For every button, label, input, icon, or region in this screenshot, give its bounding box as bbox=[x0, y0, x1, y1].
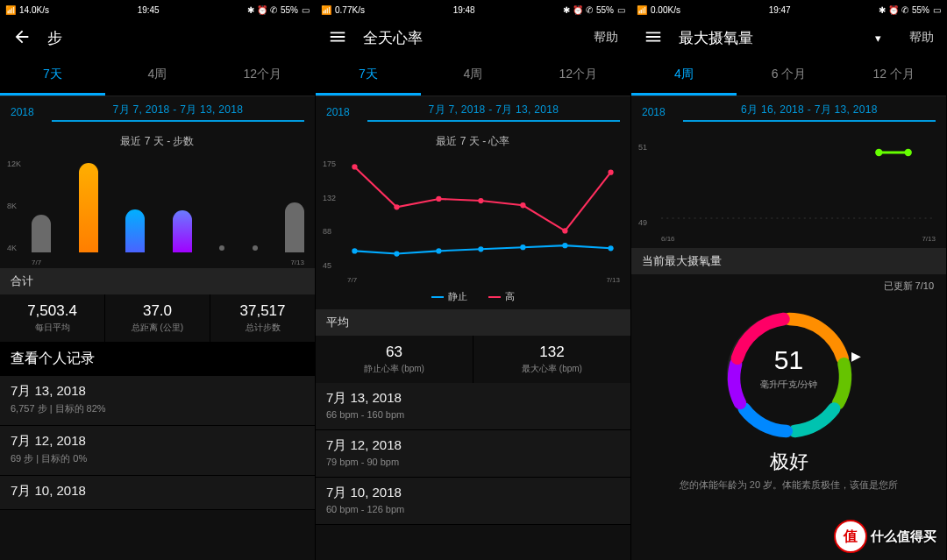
year-label: 2018 bbox=[642, 106, 666, 118]
chart-title: 最近 7 天 - 心率 bbox=[316, 134, 630, 149]
y-axis: 1751328845 bbox=[323, 159, 336, 270]
status-bar: 📶0.00K/s 19:47 ✱ ⏰ ✆55%▭ bbox=[631, 0, 946, 19]
tab-4w[interactable]: 4周 bbox=[421, 56, 526, 96]
tab-12m[interactable]: 12个月 bbox=[525, 56, 630, 96]
list-item[interactable]: 7月 12, 201869 步 | 目标的 0% bbox=[0, 426, 315, 476]
updated-label: 已更新 7/10 bbox=[631, 274, 946, 298]
help-link[interactable]: 帮助 bbox=[909, 30, 934, 46]
svg-point-8 bbox=[394, 251, 399, 256]
svg-point-6 bbox=[608, 170, 613, 175]
tabs: 7天 4周 12个月 bbox=[0, 56, 315, 96]
app-bar: 全天心率 帮助 bbox=[316, 19, 630, 56]
tab-7d[interactable]: 7天 bbox=[0, 56, 105, 96]
date-range: 7月 7, 2018 - 7月 13, 2018 bbox=[52, 103, 304, 122]
watermark-text: 什么值得买 bbox=[871, 528, 936, 545]
watermark-icon: 值 bbox=[834, 520, 867, 553]
date-range: 6月 16, 2018 - 7月 13, 2018 bbox=[683, 103, 936, 122]
date-range-row[interactable]: 2018 7月 7, 2018 - 7月 13, 2018 bbox=[0, 96, 315, 125]
list-item[interactable]: 7月 13, 20186,757 步 | 目标的 82% bbox=[0, 376, 315, 426]
date-range: 7月 7, 2018 - 7月 13, 2018 bbox=[367, 103, 620, 122]
app-bar: 步 bbox=[0, 19, 315, 56]
list-item[interactable]: 7月 12, 201879 bpm - 90 bpm bbox=[316, 430, 630, 478]
chart-legend: 静止 高 bbox=[316, 286, 630, 309]
watermark: 值 什么值得买 bbox=[834, 520, 936, 553]
hr-line-chart[interactable]: 1751328845 7/77/13 bbox=[316, 154, 630, 286]
svg-point-16 bbox=[905, 149, 912, 156]
y-axis: 5149 bbox=[638, 143, 647, 227]
stat-max-hr: 132最大心率 (bpm) bbox=[474, 336, 630, 383]
app-bar: 最大摄氧量 ▾ 帮助 bbox=[631, 19, 946, 56]
stat-distance: 37.0总距离 (公里) bbox=[105, 294, 210, 342]
svg-point-12 bbox=[562, 243, 567, 248]
list-item[interactable]: 7月 13, 201866 bpm - 160 bpm bbox=[316, 383, 630, 430]
svg-point-9 bbox=[436, 248, 441, 253]
average-stats: 63静止心率 (bpm) 132最大心率 (bpm) bbox=[316, 336, 630, 383]
svg-point-13 bbox=[608, 245, 613, 251]
vo2-unit: 毫升/千克/分钟 bbox=[719, 379, 859, 391]
list-item[interactable]: 7月 10, 2018 bbox=[0, 476, 315, 510]
svg-point-7 bbox=[352, 248, 357, 253]
vo2-description: 您的体能年龄为 20 岁。体能素质极佳，该值是您所 bbox=[666, 475, 912, 492]
svg-point-4 bbox=[520, 202, 525, 208]
current-vo2-label: 当前最大摄氧量 bbox=[631, 248, 946, 274]
tab-4w[interactable]: 4周 bbox=[631, 56, 737, 96]
tabs: 7天 4周 12个月 bbox=[316, 56, 630, 96]
y-axis: 12K8K4K bbox=[7, 159, 21, 252]
svg-point-2 bbox=[436, 196, 441, 202]
summary-stats: 7,503.4每日平均 37.0总距离 (公里) 37,517总计步数 bbox=[0, 294, 315, 342]
svg-point-3 bbox=[478, 198, 483, 203]
tab-6m[interactable]: 6 个月 bbox=[737, 56, 842, 96]
vo2-line-chart[interactable]: 5149 6/167/13 bbox=[631, 125, 946, 248]
line-svg bbox=[661, 132, 936, 233]
dropdown-icon[interactable]: ▾ bbox=[875, 32, 881, 45]
page-title: 全天心率 bbox=[363, 28, 578, 48]
help-link[interactable]: 帮助 bbox=[594, 30, 618, 46]
screen-steps: 📶14.0K/s 19:45 ✱ ⏰ ✆55%▭ 步 7天 4周 12个月 20… bbox=[0, 0, 316, 560]
steps-bar-chart[interactable]: 12K8K4K 7/77/13 bbox=[0, 154, 315, 268]
status-bar: 📶0.77K/s 19:48 ✱ ⏰ ✆55%▭ bbox=[316, 0, 630, 19]
play-icon[interactable]: ▶ bbox=[851, 349, 861, 363]
date-range-row[interactable]: 2018 7月 7, 2018 - 7月 13, 2018 bbox=[316, 96, 630, 125]
svg-point-5 bbox=[562, 228, 567, 233]
average-label: 平均 bbox=[316, 309, 630, 336]
chart-title: 最近 7 天 - 步数 bbox=[0, 134, 315, 149]
tabs: 4周 6 个月 12 个月 bbox=[631, 56, 946, 96]
page-title: 最大摄氧量 bbox=[679, 28, 859, 48]
vo2-value: 51 bbox=[719, 345, 859, 375]
year-label: 2018 bbox=[11, 106, 34, 118]
tab-12m[interactable]: 12个月 bbox=[210, 56, 315, 96]
year-label: 2018 bbox=[326, 106, 350, 118]
stat-daily-avg: 7,503.4每日平均 bbox=[0, 294, 105, 342]
page-title: 步 bbox=[47, 28, 303, 48]
back-icon[interactable] bbox=[12, 27, 32, 49]
vo2-gauge[interactable]: 51 毫升/千克/分钟 ▶ 极好 您的体能年龄为 20 岁。体能素质极佳，该值是… bbox=[631, 298, 946, 492]
status-bar: 📶14.0K/s 19:45 ✱ ⏰ ✆55%▭ bbox=[0, 0, 315, 19]
svg-point-10 bbox=[478, 246, 483, 252]
svg-point-11 bbox=[520, 245, 525, 250]
tab-7d[interactable]: 7天 bbox=[316, 56, 421, 96]
tab-4w[interactable]: 4周 bbox=[105, 56, 210, 96]
records-heading[interactable]: 查看个人记录 bbox=[0, 342, 315, 376]
vo2-rating: 极好 bbox=[770, 449, 808, 475]
gauge-icon bbox=[719, 305, 859, 445]
screen-vo2max: 📶0.00K/s 19:47 ✱ ⏰ ✆55%▭ 最大摄氧量 ▾ 帮助 4周 6… bbox=[631, 0, 947, 560]
stat-rest-hr: 63静止心率 (bpm) bbox=[316, 336, 474, 383]
line-svg bbox=[345, 158, 620, 267]
summary-label: 合计 bbox=[0, 268, 315, 294]
menu-icon[interactable] bbox=[328, 27, 347, 49]
date-range-row[interactable]: 2018 6月 16, 2018 - 7月 13, 2018 bbox=[631, 96, 946, 125]
stat-total-steps: 37,517总计步数 bbox=[210, 294, 315, 342]
tab-12m[interactable]: 12 个月 bbox=[841, 56, 946, 96]
svg-point-15 bbox=[875, 149, 882, 156]
svg-point-0 bbox=[352, 164, 357, 169]
screen-heart-rate: 📶0.77K/s 19:48 ✱ ⏰ ✆55%▭ 全天心率 帮助 7天 4周 1… bbox=[316, 0, 631, 560]
svg-point-1 bbox=[394, 204, 399, 209]
menu-icon[interactable] bbox=[644, 27, 663, 49]
list-item[interactable]: 7月 10, 201860 bpm - 126 bpm bbox=[316, 478, 630, 525]
